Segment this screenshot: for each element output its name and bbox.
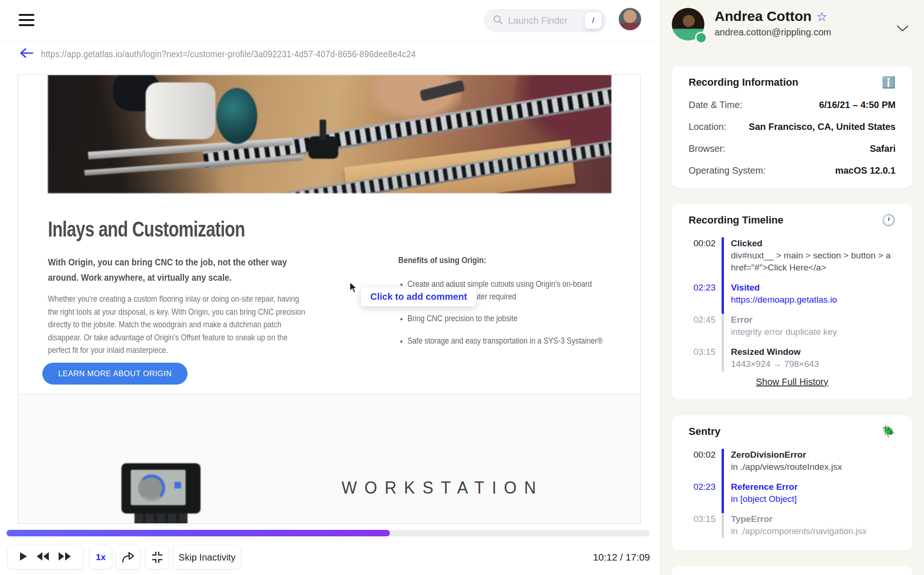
woodworking-hero-image bbox=[48, 75, 611, 193]
share-button[interactable] bbox=[115, 545, 141, 569]
session-replay-app: / https://app.getatlas.io/auth/login?nex… bbox=[0, 0, 924, 575]
resize-view-button[interactable] bbox=[145, 545, 169, 569]
panel-title: Recording Information bbox=[689, 76, 798, 88]
recorded-page-body: Whether you're creating a custom floorin… bbox=[48, 293, 308, 357]
show-full-history-link[interactable]: Show Full History bbox=[689, 377, 896, 387]
console-panel: Console 🤖 bbox=[672, 566, 912, 575]
timeline-event[interactable]: 02:23 Visitedhttps://demoapp.getatlas.io bbox=[689, 282, 896, 314]
search-icon bbox=[493, 15, 502, 26]
current-user-avatar[interactable] bbox=[619, 8, 641, 30]
slash-shortcut-key: / bbox=[585, 12, 602, 29]
recording-url-bar: https://app.getatlas.io/auth/login?next=… bbox=[20, 47, 449, 61]
origin-device-image bbox=[121, 463, 201, 524]
favorite-star-icon[interactable]: ☆ bbox=[816, 10, 827, 24]
progress-fill bbox=[7, 530, 390, 536]
search-input[interactable] bbox=[507, 15, 574, 27]
player-column: / https://app.getatlas.io/auth/login?nex… bbox=[0, 0, 660, 575]
learn-more-button: LEARN MORE ABOUT ORIGIN bbox=[42, 363, 187, 385]
info-row-os: Operating System: macOS 12.0.1 bbox=[689, 165, 896, 176]
sentry-event[interactable]: 00:02 ZeroDivisionErrorin ./app/views/ro… bbox=[689, 449, 896, 481]
hamburger-menu-icon[interactable] bbox=[19, 14, 35, 27]
info-row-location: Location: San Francisco, CA, United Stat… bbox=[689, 121, 896, 132]
back-arrow-icon[interactable] bbox=[20, 47, 33, 61]
session-user-header: Andrea Cotton☆ andrea.cotton@rippling.co… bbox=[672, 7, 912, 50]
benefit-item: Safe storage and easy transportation in … bbox=[408, 335, 621, 347]
workstation-section: WORKSTATION bbox=[18, 394, 640, 524]
recorded-page-intro: With Origin, you can bring CNC to the jo… bbox=[48, 255, 318, 285]
timeline-event[interactable]: 00:02 Clickeddiv#nuxt__ > main > section… bbox=[689, 237, 896, 282]
recording-information-panel: Recording Information ℹ️ Date & Time: 6/… bbox=[672, 66, 912, 188]
fast-forward-button[interactable] bbox=[58, 552, 72, 563]
clock-icon: 🕐 bbox=[882, 215, 896, 226]
player-controls: 1x Skip Inactivity 10:12 / 17:09 bbox=[7, 545, 650, 569]
info-row-date-time: Date & Time: 6/16/21 – 4:50 PM bbox=[689, 99, 896, 110]
session-user-email: andrea.cotton@rippling.com bbox=[715, 27, 831, 38]
recording-timeline-panel: Recording Timeline 🕐 00:02 Clickeddiv#nu… bbox=[672, 204, 912, 399]
timeline-event[interactable]: 03:15 Resized Window1443×924 → 798×643 bbox=[689, 346, 896, 372]
rewind-button[interactable] bbox=[36, 552, 50, 563]
add-comment-tooltip[interactable]: Click to add comment bbox=[361, 287, 476, 306]
mouse-cursor-icon bbox=[349, 282, 360, 296]
top-bar: / bbox=[0, 0, 660, 41]
benefits-title: Benefits of using Origin: bbox=[398, 256, 486, 265]
info-icon: ℹ️ bbox=[882, 77, 896, 88]
panel-title: Sentry bbox=[689, 426, 720, 438]
recorded-page-heading: Inlays and Customization bbox=[48, 216, 245, 242]
recorded-page-url: https://app.getatlas.io/auth/login?next=… bbox=[41, 49, 416, 60]
sentry-event[interactable]: 02:23 Reference Errorin [object Object] bbox=[689, 481, 896, 513]
timeline-event[interactable]: 02:45 Errorintegrity error duplicate key bbox=[689, 314, 896, 346]
online-status-dot bbox=[695, 32, 707, 44]
play-button[interactable] bbox=[19, 552, 27, 563]
playback-progress-bar[interactable] bbox=[7, 530, 649, 536]
session-user-name: Andrea Cotton☆ bbox=[715, 8, 828, 24]
skip-inactivity-button[interactable]: Skip Inactivity bbox=[173, 545, 241, 569]
panel-title: Recording Timeline bbox=[689, 214, 783, 226]
sentry-event[interactable]: 03:15 TypeErrorin ./app/components/navig… bbox=[689, 513, 896, 538]
info-row-browser: Browser: Safari bbox=[689, 143, 896, 154]
bug-icon: 🪲 bbox=[882, 426, 896, 437]
chevron-down-icon[interactable] bbox=[897, 25, 909, 34]
details-sidebar: Andrea Cotton☆ andrea.cotton@rippling.co… bbox=[660, 0, 924, 575]
transport-controls bbox=[7, 545, 83, 569]
replay-stage[interactable]: Inlays and Customization With Origin, yo… bbox=[18, 74, 641, 524]
sentry-panel: Sentry 🪲 00:02 ZeroDivisionErrorin ./app… bbox=[672, 415, 912, 550]
playback-time-display: 10:12 / 17:09 bbox=[593, 552, 650, 563]
visited-url-link[interactable]: https://demoapp.getatlas.io bbox=[731, 294, 837, 306]
benefit-item: Bring CNC precision to the jobsite bbox=[408, 312, 621, 325]
workstation-wordmark: WORKSTATION bbox=[341, 478, 543, 498]
launch-finder-search[interactable]: / bbox=[484, 9, 606, 32]
playback-speed-button[interactable]: 1x bbox=[89, 545, 112, 569]
